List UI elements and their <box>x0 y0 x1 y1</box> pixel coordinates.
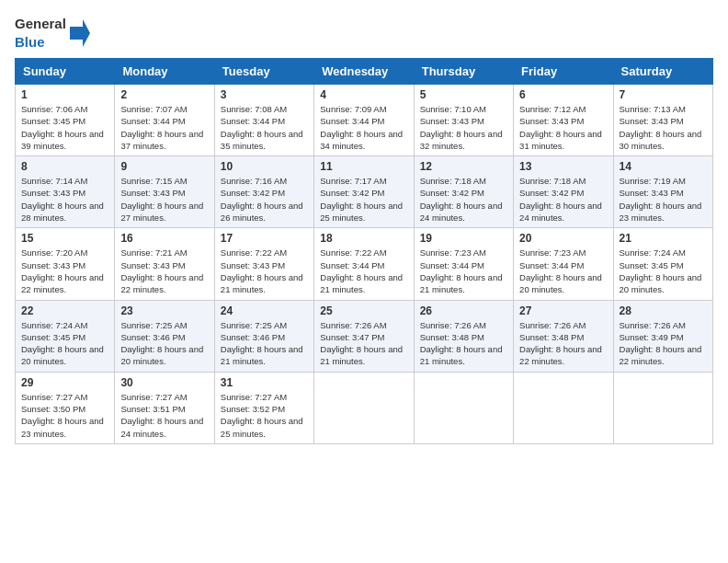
daylight-label: Daylight: 8 hours and 21 minutes. <box>420 344 503 366</box>
day-number: 5 <box>420 88 507 101</box>
day-number: 4 <box>320 88 407 101</box>
sunrise-label: Sunrise: 7:14 AM <box>21 176 87 186</box>
sunset-label: Sunset: 3:43 PM <box>120 260 185 270</box>
sunset-label: Sunset: 3:44 PM <box>519 260 584 270</box>
daylight-label: Daylight: 8 hours and 22 minutes. <box>21 272 104 294</box>
day-number: 21 <box>620 232 707 245</box>
daylight-label: Daylight: 8 hours and 26 minutes. <box>221 201 303 223</box>
daylight-label: Daylight: 8 hours and 23 minutes. <box>620 201 702 223</box>
day-info: Sunrise: 7:25 AM Sunset: 3:46 PM Dayligh… <box>120 319 208 368</box>
sunset-label: Sunset: 3:44 PM <box>221 116 285 126</box>
logo-line2: Blue <box>15 33 66 52</box>
day-number: 16 <box>120 232 208 245</box>
sunrise-label: Sunrise: 7:25 AM <box>221 320 287 330</box>
day-number: 29 <box>21 376 108 389</box>
day-info: Sunrise: 7:23 AM Sunset: 3:44 PM Dayligh… <box>420 247 507 295</box>
sunrise-label: Sunrise: 7:06 AM <box>21 104 87 114</box>
sunrise-label: Sunrise: 7:27 AM <box>120 392 187 402</box>
day-number: 30 <box>120 376 208 389</box>
day-info: Sunrise: 7:26 AM Sunset: 3:47 PM Dayligh… <box>320 319 407 368</box>
day-info: Sunrise: 7:27 AM Sunset: 3:52 PM Dayligh… <box>221 391 308 440</box>
day-number: 7 <box>620 88 707 101</box>
calendar-day-header: Monday <box>115 59 214 85</box>
day-info: Sunrise: 7:23 AM Sunset: 3:44 PM Dayligh… <box>519 247 607 295</box>
sunset-label: Sunset: 3:43 PM <box>420 116 484 126</box>
calendar-cell: 6 Sunrise: 7:12 AM Sunset: 3:43 PM Dayli… <box>514 85 613 156</box>
day-info: Sunrise: 7:20 AM Sunset: 3:43 PM Dayligh… <box>21 247 108 295</box>
day-info: Sunrise: 7:22 AM Sunset: 3:44 PM Dayligh… <box>320 247 407 295</box>
sunrise-label: Sunrise: 7:26 AM <box>420 320 486 330</box>
daylight-label: Daylight: 8 hours and 20 minutes. <box>21 344 104 366</box>
sunset-label: Sunset: 3:43 PM <box>620 116 684 126</box>
daylight-label: Daylight: 8 hours and 23 minutes. <box>21 416 104 438</box>
day-info: Sunrise: 7:18 AM Sunset: 3:42 PM Dayligh… <box>519 175 607 224</box>
day-number: 25 <box>320 304 407 317</box>
day-info: Sunrise: 7:26 AM Sunset: 3:48 PM Dayligh… <box>519 319 607 368</box>
sunrise-label: Sunrise: 7:26 AM <box>320 320 386 330</box>
day-number: 10 <box>221 160 308 173</box>
day-number: 14 <box>620 160 707 173</box>
daylight-label: Daylight: 8 hours and 27 minutes. <box>120 201 203 223</box>
sunset-label: Sunset: 3:51 PM <box>120 404 185 414</box>
calendar-cell: 26 Sunrise: 7:26 AM Sunset: 3:48 PM Dayl… <box>414 300 513 372</box>
day-info: Sunrise: 7:07 AM Sunset: 3:44 PM Dayligh… <box>120 103 208 152</box>
sunrise-label: Sunrise: 7:16 AM <box>221 176 287 186</box>
day-number: 17 <box>221 232 308 245</box>
calendar-cell: 2 Sunrise: 7:07 AM Sunset: 3:44 PM Dayli… <box>115 85 214 156</box>
sunrise-label: Sunrise: 7:17 AM <box>320 176 386 186</box>
calendar-cell: 23 Sunrise: 7:25 AM Sunset: 3:46 PM Dayl… <box>115 300 214 372</box>
day-number: 2 <box>120 88 208 101</box>
sunset-label: Sunset: 3:44 PM <box>320 260 384 270</box>
calendar-cell: 9 Sunrise: 7:15 AM Sunset: 3:43 PM Dayli… <box>115 156 214 228</box>
calendar-day-header: Wednesday <box>314 59 414 85</box>
day-number: 15 <box>21 232 108 245</box>
daylight-label: Daylight: 8 hours and 20 minutes. <box>519 272 602 294</box>
sunrise-label: Sunrise: 7:19 AM <box>620 176 686 186</box>
calendar-day-header: Sunday <box>16 59 115 85</box>
calendar-cell: 28 Sunrise: 7:26 AM Sunset: 3:49 PM Dayl… <box>613 300 712 372</box>
logo-line1: General <box>15 15 66 33</box>
daylight-label: Daylight: 8 hours and 37 minutes. <box>120 129 203 151</box>
daylight-label: Daylight: 8 hours and 22 minutes. <box>519 344 602 366</box>
calendar-header-row: SundayMondayTuesdayWednesdayThursdayFrid… <box>16 59 713 85</box>
calendar-cell: 11 Sunrise: 7:17 AM Sunset: 3:42 PM Dayl… <box>314 156 414 228</box>
daylight-label: Daylight: 8 hours and 21 minutes. <box>320 344 403 366</box>
day-info: Sunrise: 7:10 AM Sunset: 3:43 PM Dayligh… <box>420 103 507 152</box>
sunset-label: Sunset: 3:48 PM <box>519 332 584 342</box>
sunrise-label: Sunrise: 7:08 AM <box>221 104 287 114</box>
daylight-label: Daylight: 8 hours and 24 minutes. <box>420 201 503 223</box>
day-info: Sunrise: 7:18 AM Sunset: 3:42 PM Dayligh… <box>420 175 507 224</box>
daylight-label: Daylight: 8 hours and 21 minutes. <box>221 344 303 366</box>
day-number: 3 <box>221 88 308 101</box>
daylight-label: Daylight: 8 hours and 25 minutes. <box>320 201 403 223</box>
sunrise-label: Sunrise: 7:24 AM <box>21 320 87 330</box>
day-number: 12 <box>420 160 507 173</box>
daylight-label: Daylight: 8 hours and 35 minutes. <box>221 129 303 151</box>
sunset-label: Sunset: 3:43 PM <box>120 188 185 198</box>
sunset-label: Sunset: 3:43 PM <box>519 116 584 126</box>
sunset-label: Sunset: 3:44 PM <box>320 116 384 126</box>
sunset-label: Sunset: 3:43 PM <box>221 260 285 270</box>
calendar-cell: 8 Sunrise: 7:14 AM Sunset: 3:43 PM Dayli… <box>16 156 115 228</box>
sunrise-label: Sunrise: 7:23 AM <box>420 247 486 258</box>
calendar-cell: 7 Sunrise: 7:13 AM Sunset: 3:43 PM Dayli… <box>613 85 712 156</box>
calendar-cell: 30 Sunrise: 7:27 AM Sunset: 3:51 PM Dayl… <box>115 372 214 443</box>
sunrise-label: Sunrise: 7:24 AM <box>620 247 686 258</box>
sunset-label: Sunset: 3:46 PM <box>221 332 285 342</box>
calendar-cell: 3 Sunrise: 7:08 AM Sunset: 3:44 PM Dayli… <box>214 85 313 156</box>
day-number: 19 <box>420 232 507 245</box>
calendar-cell: 27 Sunrise: 7:26 AM Sunset: 3:48 PM Dayl… <box>514 300 613 372</box>
day-number: 11 <box>320 160 407 173</box>
calendar-table: SundayMondayTuesdayWednesdayThursdayFrid… <box>15 58 713 444</box>
day-info: Sunrise: 7:26 AM Sunset: 3:49 PM Dayligh… <box>620 319 707 368</box>
day-info: Sunrise: 7:27 AM Sunset: 3:50 PM Dayligh… <box>21 391 108 440</box>
calendar-cell: 14 Sunrise: 7:19 AM Sunset: 3:43 PM Dayl… <box>613 156 712 228</box>
calendar-cell: 18 Sunrise: 7:22 AM Sunset: 3:44 PM Dayl… <box>314 228 414 300</box>
sunset-label: Sunset: 3:42 PM <box>519 188 584 198</box>
sunrise-label: Sunrise: 7:23 AM <box>519 247 586 258</box>
calendar-week-row: 8 Sunrise: 7:14 AM Sunset: 3:43 PM Dayli… <box>16 156 713 228</box>
calendar-day-header: Thursday <box>414 59 513 85</box>
sunrise-label: Sunrise: 7:10 AM <box>420 104 486 114</box>
day-number: 23 <box>120 304 208 317</box>
daylight-label: Daylight: 8 hours and 20 minutes. <box>120 344 203 366</box>
